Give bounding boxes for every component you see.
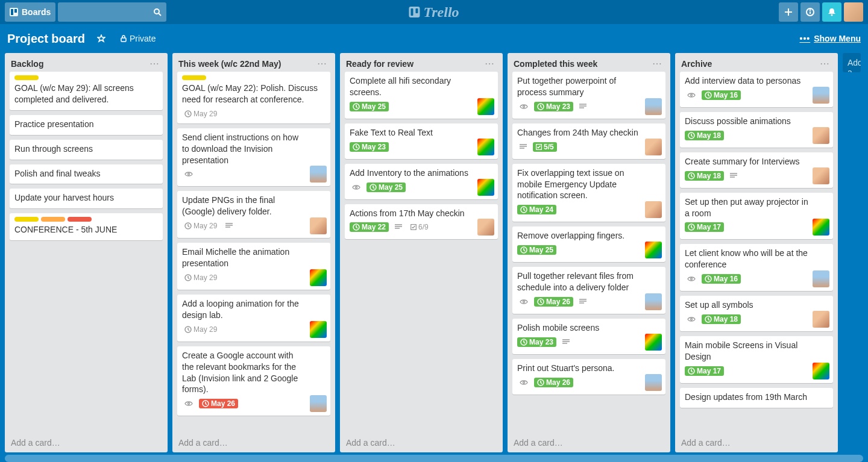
card[interactable]: Main mobile Screens in Visual Design May… [680, 336, 833, 383]
card-member-avatar[interactable] [645, 374, 662, 391]
card-member-avatar[interactable] [310, 321, 327, 338]
board-canvas[interactable]: Backlog⋯GOAL (w/c May 29): All screens c… [0, 53, 868, 452]
app-logo[interactable]: Trello [409, 4, 459, 20]
card-member-avatar[interactable] [813, 363, 829, 379]
show-menu-button[interactable]: ••• Show Menu [800, 34, 861, 43]
search-input[interactable] [58, 2, 166, 22]
card[interactable]: GOAL (w/c May 22): Polish. Discuss need … [177, 72, 330, 123]
card[interactable]: Design updates from 19th March [680, 388, 833, 408]
card-badges: May 16 [685, 89, 809, 101]
card-member-avatar[interactable] [813, 270, 829, 287]
card-member-avatar[interactable] [477, 98, 494, 115]
horizontal-scrollbar[interactable] [5, 455, 863, 462]
list-cards[interactable]: Complete all hifi secondary screens. May… [340, 72, 503, 433]
card[interactable]: Polish and final tweaks [10, 164, 163, 184]
list-cards[interactable]: Put together powerpoint of process summa… [508, 72, 670, 433]
card[interactable]: Polish mobile screens May 23 [512, 319, 665, 354]
card[interactable]: Fix overlapping text issue on mobile Eme… [512, 164, 665, 222]
list-title[interactable]: Archive [681, 59, 712, 69]
clock-icon [537, 103, 544, 110]
card[interactable]: Discuss possible animations May 18 [680, 112, 833, 148]
board-title[interactable]: Project board [7, 32, 85, 46]
card-member-avatar[interactable] [310, 217, 327, 234]
clock-icon [688, 132, 695, 139]
list-menu-button[interactable]: ⋯ [147, 58, 162, 69]
card-member-avatar[interactable] [645, 242, 662, 258]
list-title[interactable]: Backlog [11, 59, 43, 69]
list-cards[interactable]: GOAL (w/c May 22): Polish. Discuss need … [172, 72, 335, 433]
card-member-avatar[interactable] [477, 219, 494, 236]
card[interactable]: Set up all symbols May 18 [680, 296, 833, 331]
eye-icon [520, 379, 528, 386]
list-title[interactable]: Completed this week [514, 59, 597, 69]
card-member-avatar[interactable] [813, 167, 829, 184]
card-member-avatar[interactable] [310, 269, 327, 286]
card[interactable]: Create a Google account with the relevan… [177, 346, 330, 416]
card[interactable]: CONFERENCE - 5th JUNE [10, 213, 163, 240]
card-member-avatar[interactable] [645, 201, 662, 218]
add-card-button[interactable]: Add a card… [172, 433, 335, 452]
user-avatar[interactable] [844, 2, 863, 22]
list-title[interactable]: Ready for review [346, 59, 414, 69]
card[interactable]: Remove overlapping fingers. May 25 [512, 226, 665, 262]
card-member-avatar[interactable] [813, 311, 829, 328]
card-member-avatar[interactable] [645, 139, 662, 155]
card[interactable]: Update your harvest hours [10, 189, 163, 208]
card[interactable]: Run through screens [10, 140, 163, 160]
card[interactable]: Send client instructions on how to downl… [177, 128, 330, 187]
add-card-button[interactable]: Add a card… [5, 433, 168, 452]
add-card-button[interactable]: Add a card… [340, 433, 503, 452]
list-cards[interactable]: Add interview data to personas May 16Dis… [675, 72, 838, 433]
card[interactable]: Actions from 17th May checkin May 22 6/9 [345, 204, 498, 240]
list-menu-button[interactable]: ⋯ [315, 58, 329, 69]
notifications-button[interactable] [822, 2, 841, 22]
card-member-avatar[interactable] [310, 166, 327, 183]
add-card-button[interactable]: Add a card… [508, 433, 670, 452]
card[interactable]: Add interview data to personas May 16 [680, 72, 833, 107]
card[interactable]: GOAL (w/c May 29): All screens completed… [10, 72, 163, 110]
card[interactable]: Set up then put away projector in a room… [680, 193, 833, 240]
list-menu-button[interactable]: ⋯ [817, 58, 832, 69]
card[interactable]: Create summary for Interviews May 18 [680, 152, 833, 188]
card[interactable]: Pull together relevant files from schedu… [512, 267, 665, 314]
card[interactable]: Update PNGs in the final (Google) delive… [177, 191, 330, 238]
card[interactable]: Changes from 24th May checkin 5/5 [512, 123, 665, 159]
card[interactable]: Practice presentation [10, 115, 163, 135]
boards-button[interactable]: Boards [5, 2, 55, 22]
card-member-avatar[interactable] [813, 219, 829, 236]
card[interactable]: Print out Stuart's persona. May 26 [512, 359, 665, 395]
search-icon [153, 8, 162, 16]
privacy-button[interactable]: Private [115, 31, 161, 46]
card-title: GOAL (w/c May 22): Polish. Discuss need … [182, 83, 326, 105]
card[interactable]: Add Inventory to the animations May 25 [345, 164, 498, 199]
add-list-button[interactable]: Add a list… [843, 53, 861, 72]
card[interactable]: Complete all hifi secondary screens. May… [345, 72, 498, 119]
card-member-avatar[interactable] [645, 293, 662, 310]
star-button[interactable] [92, 32, 110, 45]
list-cards[interactable]: GOAL (w/c May 29): All screens completed… [5, 72, 168, 433]
create-button[interactable] [779, 2, 798, 22]
card-member-avatar[interactable] [477, 139, 494, 155]
card-member-avatar[interactable] [813, 127, 829, 144]
card[interactable]: Fake Text to Real Text May 23 [345, 123, 498, 159]
card-badges: May 23 [350, 141, 474, 153]
list-menu-button[interactable]: ⋯ [482, 58, 497, 69]
watch-badge [517, 103, 530, 110]
add-card-button[interactable]: Add a card… [675, 433, 838, 452]
due-badge: May 25 [517, 245, 556, 255]
card-member-avatar[interactable] [813, 87, 829, 104]
card[interactable]: Add a looping animation for the design l… [177, 295, 330, 342]
info-button[interactable] [800, 2, 820, 22]
card-member-avatar[interactable] [477, 179, 494, 196]
card-member-avatar[interactable] [645, 98, 662, 115]
card-member-avatar[interactable] [645, 334, 662, 351]
card[interactable]: Put together powerpoint of process summa… [512, 72, 665, 119]
clock-icon [370, 184, 377, 191]
list-menu-button[interactable]: ⋯ [650, 58, 664, 69]
logo-icon [409, 7, 420, 17]
card-member-avatar[interactable] [310, 395, 327, 412]
card[interactable]: Email Michelle the animation presentatio… [177, 243, 330, 290]
card[interactable]: Let client know who will be at the confe… [680, 244, 833, 291]
list-title[interactable]: This week (w/c 22nd May) [178, 59, 281, 69]
description-icon [520, 144, 527, 150]
